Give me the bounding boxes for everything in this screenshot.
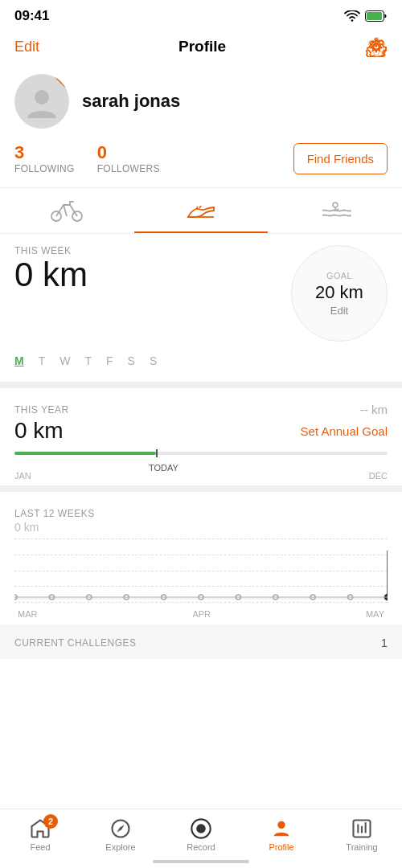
nav-item-explore[interactable]: Explore	[96, 817, 145, 852]
current-challenges-section[interactable]: CURRENT CHALLENGES 1	[0, 625, 402, 659]
this-year-label: THIS YEAR	[14, 404, 69, 416]
battery-icon	[365, 10, 388, 22]
divider-2	[0, 485, 402, 492]
status-bar: 09:41	[0, 0, 402, 29]
tab-bike[interactable]	[0, 188, 134, 233]
svg-point-25	[277, 821, 285, 829]
edit-button[interactable]: Edit	[14, 39, 39, 55]
profile-icon-wrap	[270, 817, 293, 840]
chart-area: MAR APR MAY	[14, 538, 388, 619]
training-icon	[351, 817, 373, 840]
home-indicator	[153, 860, 249, 863]
goal-edit-button[interactable]: Edit	[330, 305, 348, 317]
chart-label-may: MAY	[366, 609, 384, 619]
this-year-section: THIS YEAR -- km 0 km Set Annual Goal TOD…	[0, 393, 402, 481]
followers-label: FOLLOWERS	[97, 163, 160, 174]
feed-badge: 2	[43, 814, 58, 829]
annual-progress-bar: TODAY	[14, 452, 388, 455]
day-wednesday[interactable]: W	[59, 354, 70, 367]
nav-item-training[interactable]: Training	[338, 817, 386, 852]
page-title: Profile	[178, 38, 226, 55]
this-year-header: THIS YEAR -- km	[14, 403, 388, 416]
record-label: Record	[187, 842, 215, 852]
feed-icon-wrap: 2	[29, 817, 51, 840]
progress-bar-fill	[14, 452, 156, 455]
last-12-sub: 0 km	[14, 521, 388, 534]
svg-point-4	[35, 90, 49, 104]
tab-swim[interactable]	[268, 188, 402, 233]
bike-icon	[51, 199, 83, 222]
profile-label: Profile	[269, 842, 293, 852]
divider-1	[0, 382, 402, 388]
chart-svg	[14, 551, 388, 603]
today-label: TODAY	[149, 463, 178, 473]
chart-label-apr: APR	[192, 609, 211, 619]
day-friday[interactable]: F	[106, 354, 113, 367]
find-friends-button[interactable]: Find Friends	[293, 143, 388, 174]
avatar[interactable]	[14, 74, 69, 129]
day-sunday[interactable]: S	[150, 354, 157, 367]
year-km-right: -- km	[360, 403, 388, 416]
svg-point-7	[333, 203, 338, 207]
following-label: FOLLOWING	[14, 163, 75, 174]
year-km-value: 0 km	[14, 418, 64, 444]
week-left: THIS WEEK 0 km	[14, 245, 88, 293]
progress-labels: JAN DEC	[14, 471, 388, 481]
goal-circle[interactable]: GOAL 20 km Edit	[291, 245, 388, 342]
chart-label-mar: MAR	[18, 609, 37, 619]
profile-name: sarah jonas	[82, 91, 180, 112]
user-avatar-icon	[25, 84, 59, 118]
this-year-value-row: 0 km Set Annual Goal	[14, 418, 388, 444]
status-icons	[344, 10, 388, 22]
stats-row: 3 FOLLOWING 0 FOLLOWERS Find Friends	[0, 140, 402, 187]
day-thursday[interactable]: T	[84, 354, 92, 367]
profile-section: sarah jonas	[0, 66, 402, 140]
day-monday[interactable]: M	[14, 354, 24, 367]
profile-icon	[270, 817, 293, 840]
following-stat[interactable]: 3 FOLLOWING	[14, 143, 75, 174]
following-count: 3	[14, 143, 75, 162]
swim-icon	[319, 199, 351, 222]
nav-item-feed[interactable]: 2 Feed	[16, 817, 64, 852]
this-week-label: THIS WEEK	[14, 245, 88, 256]
progress-end-month: DEC	[369, 471, 388, 481]
wifi-icon	[344, 10, 360, 22]
tab-run[interactable]	[134, 188, 269, 233]
svg-rect-1	[367, 12, 382, 20]
bottom-nav: 2 Feed Explore Record	[0, 809, 402, 868]
this-week-value: 0 km	[14, 256, 88, 293]
compass-icon	[109, 817, 132, 840]
training-label: Training	[346, 842, 377, 852]
goal-label: GOAL	[326, 271, 352, 280]
progress-start-month: JAN	[14, 471, 31, 481]
gear-unicode-icon: ⚙	[368, 36, 384, 57]
record-icon	[190, 817, 212, 840]
goal-value: 20 km	[315, 282, 363, 303]
record-icon-wrap	[190, 817, 212, 840]
activity-tabs	[0, 187, 402, 234]
chart-dash-1	[14, 538, 388, 539]
day-tuesday[interactable]: T	[39, 354, 46, 367]
this-week-section: THIS WEEK 0 km GOAL 20 km Edit	[0, 234, 402, 350]
progress-today-marker	[156, 449, 158, 457]
explore-icon-wrap	[109, 817, 132, 840]
nav-item-record[interactable]: Record	[177, 817, 225, 852]
followers-count: 0	[97, 143, 160, 162]
settings-button[interactable]: ⚙	[365, 35, 388, 58]
last-12-label: LAST 12 WEEKS	[14, 508, 388, 519]
challenges-count: 1	[381, 636, 388, 649]
status-time: 09:41	[14, 8, 49, 24]
shoe-icon	[185, 199, 217, 222]
nav-bar: Edit Profile ⚙	[0, 29, 402, 66]
challenges-label: CURRENT CHALLENGES	[14, 637, 136, 649]
days-row: M T W T F S S	[0, 350, 402, 377]
nav-item-profile[interactable]: Profile	[257, 817, 306, 852]
explore-label: Explore	[105, 842, 135, 852]
day-saturday[interactable]: S	[128, 354, 135, 367]
feed-label: Feed	[30, 842, 50, 852]
followers-stat[interactable]: 0 FOLLOWERS	[97, 143, 160, 174]
last-12-weeks-section: LAST 12 WEEKS 0 km	[0, 497, 402, 619]
svg-point-24	[196, 824, 206, 833]
set-annual-goal-button[interactable]: Set Annual Goal	[301, 424, 388, 438]
training-icon-wrap	[351, 817, 373, 840]
